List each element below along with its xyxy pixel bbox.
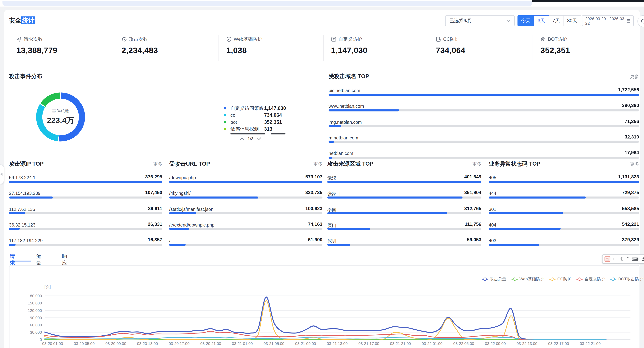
section-title-event-distribution: 攻击事件分布 — [9, 73, 42, 80]
quick-range-2[interactable]: 3天 — [534, 15, 549, 26]
list-item-bar-fill — [489, 196, 586, 198]
donut-legend-item[interactable]: 自定义访问策略1,147,030 — [224, 105, 331, 111]
date-range-value: 2026-03-20 - 2026-03-22 — [585, 16, 626, 25]
more-link-attack-source-ips[interactable]: 更多 — [153, 161, 162, 167]
quick-range-1[interactable]: 今天 — [518, 15, 534, 26]
wubi-icon[interactable]: 五 — [604, 256, 610, 262]
stat-label: 自定义防护 — [338, 36, 362, 42]
donut-center-value: 223.4万 — [47, 115, 74, 126]
stat-label: 请求次数 — [24, 36, 43, 42]
donut-legend-item[interactable]: cc734,064 — [224, 112, 331, 118]
svg-text:03-20 01:00: 03-20 01:00 — [42, 341, 63, 346]
chinese-mode-icon[interactable]: 中 — [613, 256, 618, 261]
svg-text:0: 0 — [40, 337, 42, 342]
legend-marker-ring — [551, 277, 554, 281]
chevron-down-icon — [506, 20, 510, 22]
stat-card-2: 攻击次数2,234,483 — [114, 35, 218, 61]
legend-marker — [482, 277, 488, 281]
stat-label: CC防护 — [443, 36, 459, 42]
collapse-arrow-icon — [0, 173, 2, 176]
page-title-prefix: 安全 — [9, 17, 21, 24]
list-item-bar-fill — [9, 212, 25, 214]
list-item-value: 39,611 — [148, 206, 162, 211]
list-item-bar-track — [169, 244, 322, 246]
legend-dot — [224, 107, 226, 109]
pager-down-icon[interactable] — [257, 137, 262, 140]
list-item-bar-track — [9, 196, 162, 198]
legend-value: 734,064 — [264, 112, 282, 118]
list-item-bar-track — [9, 244, 162, 246]
list-item-value: 26,331 — [148, 222, 162, 226]
chart-legend: 攻击总量Web基础防护CC防护自定义防护BOT攻击防护 — [482, 276, 643, 282]
legend-label: 攻击总量 — [490, 276, 506, 282]
quick-range-4[interactable]: 30天 — [563, 15, 581, 26]
svg-text:60,000: 60,000 — [30, 323, 42, 327]
quick-range-3[interactable]: 7天 — [549, 15, 564, 26]
list-item-label: 112.7.62.135 — [9, 207, 35, 212]
more-link-attacked-domains[interactable]: 更多 — [630, 74, 639, 80]
chart-legend-item-1[interactable]: 攻击总量 — [482, 276, 506, 282]
list-item-bar-fill — [169, 244, 186, 246]
chart-legend-item-3[interactable]: CC防护 — [549, 276, 572, 282]
send-icon — [16, 37, 22, 42]
list-item-label: 厦门 — [327, 222, 336, 228]
list-item-bar-fill — [327, 228, 370, 230]
pager-up-icon[interactable] — [240, 137, 244, 140]
legend-label: bot — [230, 120, 264, 125]
date-range-picker[interactable]: 2026-03-20 - 2026-03-22 — [582, 15, 634, 26]
svg-text:03-22 01:00: 03-22 01:00 — [422, 341, 442, 346]
legend-marker — [549, 277, 556, 281]
pager-page-indicator: 1/3 — [248, 136, 254, 141]
list-item-label: 404 — [489, 222, 496, 227]
bot-icon — [540, 37, 546, 42]
list-item-value: 74,163 — [308, 222, 322, 226]
donut-center-label: 事件总数 — [52, 108, 69, 114]
top-dark-strip — [532, 0, 644, 2]
list-item-bar-track — [9, 212, 162, 214]
quick-range-group: 今天3天7天30天 — [518, 15, 581, 26]
user-icon[interactable] — [641, 257, 644, 261]
list-item-bar-track — [327, 181, 481, 183]
stat-value: 1,147,030 — [331, 46, 428, 55]
list-item-label: 403 — [489, 238, 496, 243]
list-item-value: 351,904 — [464, 190, 481, 195]
legend-marker — [511, 277, 518, 281]
donut-legend-item[interactable]: bot352,351 — [224, 119, 331, 125]
more-link-abnormal-status-codes[interactable]: 更多 — [630, 161, 639, 167]
list-item-value: 59,053 — [467, 237, 482, 242]
svg-text:03-21 05:00: 03-21 05:00 — [264, 341, 284, 346]
list-item-label: 武汉 — [327, 175, 336, 181]
legend-dot — [224, 114, 226, 116]
stat-label-row: BOT防护 — [540, 36, 638, 42]
svg-text:03-20 09:00: 03-20 09:00 — [105, 341, 126, 346]
stat-label: 攻击次数 — [129, 36, 148, 42]
list-item-bar-fill — [9, 228, 20, 230]
more-link-attack-source-regions[interactable]: 更多 — [472, 161, 481, 167]
metric-multiselect-value: 已选择6项 — [449, 18, 471, 24]
stat-label-row: Web基础防护 — [226, 36, 323, 42]
svg-text:03-21 01:00: 03-21 01:00 — [232, 341, 253, 346]
stat-card-3: Web基础防护1,038 — [218, 35, 323, 61]
list-item-label: 301 — [489, 207, 496, 212]
chart-legend-item-2[interactable]: Web基础防护 — [511, 276, 544, 282]
halfwidth-moon-icon[interactable]: ☾ — [620, 256, 624, 261]
list-item-value: 573,107 — [305, 174, 322, 179]
chart-legend-item-5[interactable]: BOT攻击防护 — [610, 276, 643, 282]
list-item-bar-track — [327, 196, 481, 198]
list-item-value: 729,875 — [622, 190, 639, 195]
legend-label: 敏感信息探测 — [230, 126, 264, 132]
section-title-attacked-domains: 受攻击域名 TOP — [328, 73, 369, 80]
legend-label: CC防护 — [557, 276, 572, 282]
metric-multiselect[interactable]: 已选择6项 — [445, 15, 515, 26]
chart-legend-item-4[interactable]: 自定义防护 — [576, 276, 605, 282]
keyboard-icon[interactable]: ⌨ — [632, 256, 638, 261]
donut-legend-item[interactable]: 敏感信息探测313 — [224, 126, 331, 132]
target-icon — [122, 37, 127, 42]
punctuation-icon[interactable]: °, — [627, 257, 629, 261]
sidebar-collapse-handle[interactable] — [0, 164, 4, 184]
refresh-icon — [641, 19, 644, 24]
more-link-attacked-urls[interactable]: 更多 — [313, 161, 322, 167]
svg-text:03-21 17:00: 03-21 17:00 — [358, 341, 379, 346]
list-item-label: 405 — [489, 175, 496, 180]
svg-text:03-20 21:00: 03-20 21:00 — [200, 341, 221, 346]
